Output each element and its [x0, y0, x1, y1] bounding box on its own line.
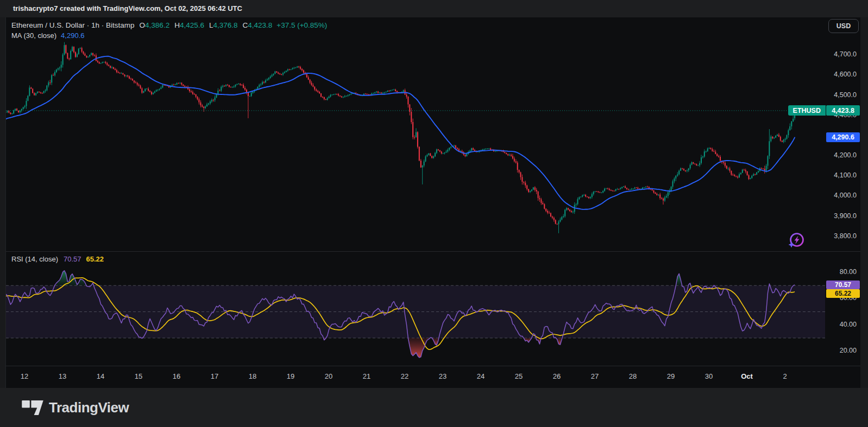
- time-axis-label: 2: [769, 372, 801, 380]
- rsi-chart-svg: [6, 251, 825, 366]
- price-change: +37.5 (+0.85%): [276, 21, 327, 29]
- time-axis-label: 18: [236, 372, 269, 380]
- time-axis-label: 12: [8, 372, 41, 380]
- time-axis-label: 29: [655, 372, 687, 380]
- time-axis-label: 21: [350, 372, 383, 380]
- rsi-ma-value-badge: 65.22: [826, 289, 860, 298]
- time-axis-label: 19: [274, 372, 307, 380]
- ohlc-close: C4,423.8: [243, 21, 273, 29]
- footer: TradingView: [0, 388, 868, 427]
- time-axis-label: 15: [122, 372, 155, 380]
- time-axis-label: 27: [578, 372, 611, 380]
- tradingview-logo-mark-icon: [22, 400, 43, 415]
- tradingview-logo[interactable]: TradingView: [22, 399, 129, 416]
- time-axis-label: 24: [464, 372, 497, 380]
- last-price-badge: 4,423.8: [826, 105, 860, 116]
- time-axis-label: 13: [46, 372, 79, 380]
- tradingview-logo-text: TradingView: [49, 399, 129, 416]
- attribution-text: trishacrypto7 created with TradingView.c…: [13, 4, 242, 12]
- rsi-indicator-value: 70.57: [64, 255, 81, 263]
- page: trishacrypto7 created with TradingView.c…: [0, 0, 868, 427]
- chart-frame: Ethereum / U.S. Dollar · 1h · BitstampO4…: [5, 17, 860, 388]
- attribution-bar: trishacrypto7 created with TradingView.c…: [0, 0, 868, 17]
- rsi-tick-label: 20.00: [825, 347, 857, 354]
- time-axis-label: 28: [617, 372, 649, 380]
- ma-indicator-header[interactable]: MA (30, close)4,290.6: [11, 31, 84, 40]
- ma-indicator-label: MA (30, close): [11, 31, 56, 40]
- price-tick-label: 4,600.0: [825, 71, 857, 78]
- rsi-tick-label: 80.00: [825, 268, 857, 276]
- main-price-pane[interactable]: [6, 17, 825, 251]
- price-tick-label: 4,100.0: [825, 171, 857, 179]
- price-tick-label: 3,800.0: [825, 232, 857, 240]
- price-tick-label: 4,000.0: [825, 192, 857, 199]
- time-axis-label: 17: [198, 372, 231, 380]
- time-axis-label: 26: [540, 372, 573, 380]
- rsi-value-badge: 70.57: [826, 281, 860, 289]
- time-axis-label: 23: [426, 372, 459, 380]
- time-axis-label: 16: [160, 372, 193, 380]
- price-tick-label: 3,900.0: [825, 212, 857, 220]
- rsi-tick-label: 40.00: [825, 321, 857, 328]
- time-axis-label: 20: [312, 372, 345, 380]
- price-chart-svg: [6, 17, 825, 251]
- price-tick-label: 4,700.0: [825, 50, 857, 58]
- time-axis-label: 25: [502, 372, 535, 380]
- last-price-symbol-badge: ETHUSD: [788, 105, 826, 116]
- time-axis-label: 14: [84, 372, 117, 380]
- symbol-header: Ethereum / U.S. Dollar · 1h · BitstampO4…: [11, 21, 327, 29]
- symbol-title[interactable]: Ethereum / U.S. Dollar · 1h · Bitstamp: [11, 21, 135, 29]
- ma-indicator-value: 4,290.6: [61, 31, 84, 40]
- price-tick-label: 4,500.0: [825, 91, 857, 99]
- time-axis-label: 22: [388, 372, 421, 380]
- boost-lightning-icon[interactable]: [787, 231, 806, 251]
- ma-price-badge: 4,290.6: [826, 132, 860, 142]
- rsi-indicator-header[interactable]: RSI (14, close)70.5765.22: [11, 255, 104, 263]
- currency-toggle-button[interactable]: USD: [828, 19, 859, 33]
- price-tick-label: 4,200.0: [825, 151, 857, 159]
- time-axis-label: 30: [693, 372, 725, 380]
- price-axis[interactable]: 4,700.04,600.04,500.04,400.04,300.04,200…: [825, 17, 860, 366]
- rsi-ma-indicator-value: 65.22: [86, 255, 104, 263]
- ohlc-open: O4,386.2: [140, 21, 170, 29]
- ohlc-low: L4,376.8: [209, 21, 238, 29]
- rsi-pane[interactable]: [6, 251, 825, 366]
- ohlc-high: H4,425.6: [174, 21, 204, 29]
- time-axis[interactable]: 12131415161718192021222324252627282930Oc…: [6, 366, 825, 388]
- time-axis-label: Oct: [731, 372, 763, 380]
- rsi-indicator-label: RSI (14, close): [11, 255, 58, 263]
- pane-divider[interactable]: [6, 251, 860, 252]
